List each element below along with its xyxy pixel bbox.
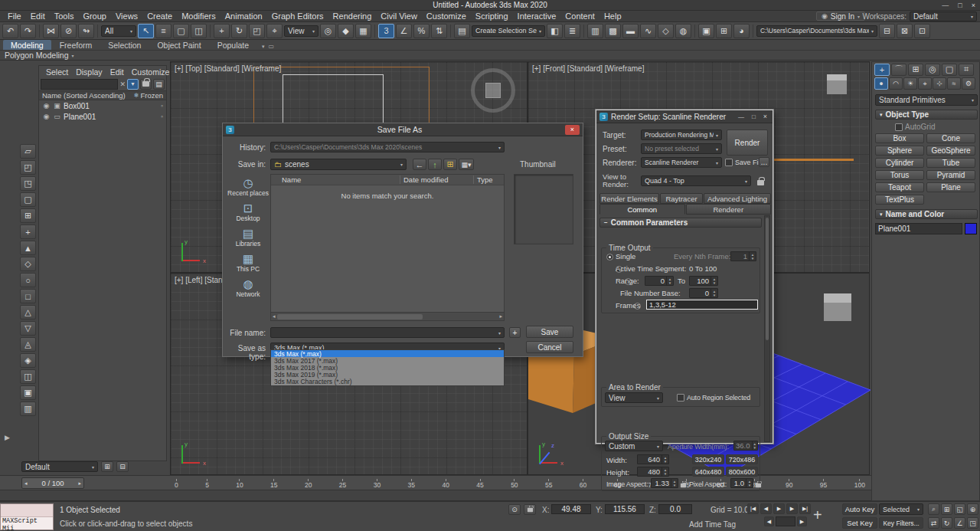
menu-item[interactable]: Tools	[50, 11, 79, 21]
modeling-tool-icon[interactable]: +	[20, 225, 36, 239]
renderer-dropdown[interactable]: Scanline Renderer▾	[641, 157, 722, 168]
tab-renderer[interactable]: Renderer	[686, 204, 772, 215]
angle-snap-icon[interactable]: ∠	[396, 24, 412, 38]
plus-button[interactable]: +	[509, 327, 521, 338]
polygon-modeling-panel-label[interactable]: Polygon Modeling	[5, 51, 68, 60]
explorer-menu-item[interactable]: Display	[72, 67, 106, 77]
modeling-tool-icon[interactable]: ○	[20, 273, 36, 287]
render-production-icon[interactable]: ◕	[733, 24, 750, 38]
create-tab-icon[interactable]: +	[874, 64, 890, 76]
named-selection-sets-dropdown[interactable]: Create Selection Se▾	[472, 25, 545, 37]
next-frame-button[interactable]: ▶	[786, 503, 798, 514]
tab-render-elements[interactable]: Render Elements	[599, 193, 659, 204]
hierarchy-tab-icon[interactable]: ⊞	[908, 64, 923, 76]
primitive-category-dropdown[interactable]: Standard Primitives▾	[875, 94, 978, 106]
modify-tab-icon[interactable]: ⌒	[891, 64, 906, 76]
horizontal-scrollbar[interactable]: ◂ ▸	[271, 312, 504, 320]
lights-category-icon[interactable]: ☀	[903, 77, 917, 90]
explorer-save-icon[interactable]: ⊟	[116, 461, 129, 472]
viewcube[interactable]	[471, 68, 515, 113]
modeling-tool-icon[interactable]: ◬	[20, 337, 36, 352]
vertical-scrollbar[interactable]	[764, 215, 770, 442]
place-item[interactable]: ▦ This PC	[227, 253, 269, 273]
orbit-icon[interactable]: ↻	[941, 517, 952, 529]
set-key-button[interactable]: Set Key	[842, 517, 877, 529]
filter-icon[interactable]: ▼	[127, 79, 139, 90]
view-menu-icon[interactable]: ▦▾	[459, 159, 474, 170]
modeling-tool-icon[interactable]: ◫	[20, 369, 36, 384]
menu-item[interactable]: Civil View	[376, 11, 421, 21]
geometry-category-icon[interactable]: ●	[874, 77, 888, 90]
image-aspect-spinner[interactable]: 1.33▲▼	[651, 478, 678, 488]
unlink-selection-icon[interactable]: ⊘	[60, 24, 77, 38]
render-button[interactable]: Render	[727, 129, 768, 156]
toggle-ribbon-icon[interactable]: ▬	[622, 24, 639, 38]
scrollbar-thumb[interactable]	[766, 218, 769, 340]
common-parameters-rollout[interactable]: −Common Parameters	[599, 218, 762, 228]
modeling-tool-icon[interactable]: ◳	[20, 176, 36, 191]
create-new-folder-icon[interactable]: ⊞	[443, 159, 457, 170]
workspace-tool-icon[interactable]: ⊟	[879, 24, 895, 38]
area-to-render-dropdown[interactable]: View▾	[605, 392, 663, 403]
key-step-icon[interactable]: ▶	[797, 516, 807, 526]
next-frame-arrow-icon[interactable]: ▸	[78, 480, 81, 487]
prev-frame-arrow-icon[interactable]: ◂	[24, 480, 28, 487]
primitive-button[interactable]: Box	[875, 133, 924, 143]
menu-item[interactable]: Edit	[26, 11, 50, 21]
menu-item[interactable]: Modifiers	[177, 11, 220, 21]
save-in-dropdown[interactable]: 🗀 scenes▾	[270, 159, 407, 170]
dialog-title-bar[interactable]: 3 Render Setup: Scanline Renderer — □ ×	[596, 110, 773, 123]
preset-dropdown[interactable]: No preset selected▾	[641, 143, 722, 154]
close-icon[interactable]: ×	[565, 125, 580, 135]
modeling-tool-icon[interactable]: ▣	[20, 385, 36, 400]
range-to-spinner[interactable]: 100▲▼	[689, 276, 718, 286]
primitive-button[interactable]: Torus	[875, 170, 924, 180]
select-and-place-icon[interactable]: ⌖	[266, 24, 283, 38]
shapes-category-icon[interactable]: ◠	[889, 77, 903, 90]
select-and-rotate-icon[interactable]: ↻	[231, 24, 247, 38]
scrollbar-thumb[interactable]	[277, 314, 423, 320]
height-spinner[interactable]: 480▲▼	[637, 467, 669, 477]
modeling-tool-icon[interactable]: ▢	[20, 192, 36, 207]
current-frame-field[interactable]	[776, 516, 795, 526]
file-list[interactable]: Name Date modified Type No items match y…	[270, 174, 505, 321]
toggle-layer-explorer-icon[interactable]: ▩	[605, 24, 621, 38]
column-header-type[interactable]: Type	[473, 175, 504, 184]
spinner-snap-icon[interactable]: ⇅	[431, 24, 447, 38]
target-dropdown[interactable]: Production Rendering Mode▾	[641, 129, 722, 140]
select-and-manipulate-icon[interactable]: ◆	[338, 24, 354, 38]
maximize-icon[interactable]: □	[750, 113, 758, 120]
explorer-row[interactable]: ◉ ▭ Plane001 ◦	[39, 111, 166, 122]
ribbon-tab-modeling[interactable]: Modeling	[3, 40, 51, 50]
schematic-view-icon[interactable]: ◇	[658, 24, 674, 38]
primitive-button[interactable]: Cone	[926, 133, 975, 143]
frozen-toggle-icon[interactable]: ◦	[158, 113, 166, 120]
ribbon-config-icon[interactable]: ▭	[269, 43, 275, 50]
viewcube[interactable]	[824, 293, 851, 321]
width-spinner[interactable]: 640▲▼	[637, 454, 669, 464]
preset-720x486-button[interactable]: 720x486	[726, 454, 758, 464]
helpers-category-icon[interactable]: ⊹	[933, 77, 946, 90]
material-editor-icon[interactable]: ◍	[675, 24, 691, 38]
explorer-preset-dropdown[interactable]: Default▾	[21, 461, 98, 472]
save-file-checkbox[interactable]: Save File	[725, 159, 764, 166]
output-size-preset-dropdown[interactable]: Custom▾	[605, 441, 663, 451]
rendered-frame-window-icon[interactable]: ⊞	[716, 24, 732, 38]
explorer-add-icon[interactable]: ⊞	[101, 461, 113, 472]
preset-640x480-button[interactable]: 640x480	[692, 467, 724, 477]
y-coordinate-field[interactable]: 115.56	[605, 504, 645, 514]
primitive-button[interactable]: Tube	[926, 158, 975, 168]
x-coordinate-field[interactable]: 49.48	[551, 504, 591, 514]
primitive-button[interactable]: GeoSphere	[926, 146, 975, 156]
place-item[interactable]: ▤ Libraries	[227, 228, 269, 247]
modeling-tool-icon[interactable]: ◈	[20, 353, 36, 368]
dialog-title-bar[interactable]: 3 Save File As ×	[223, 123, 583, 136]
percent-snap-icon[interactable]: %	[413, 24, 430, 38]
key-selection-dropdown[interactable]: Selected▾	[879, 503, 923, 515]
maxscript-mini-listener[interactable]: MAXScript Mii	[0, 503, 54, 530]
column-header-date[interactable]: Date modified	[400, 175, 473, 184]
save-file-browse-button[interactable]: ...	[759, 157, 769, 167]
file-number-base-spinner[interactable]: 0▲▼	[689, 288, 718, 298]
use-pivot-point-center-icon[interactable]: ◎	[320, 24, 336, 38]
image-aspect-lock-icon[interactable]	[680, 480, 687, 490]
